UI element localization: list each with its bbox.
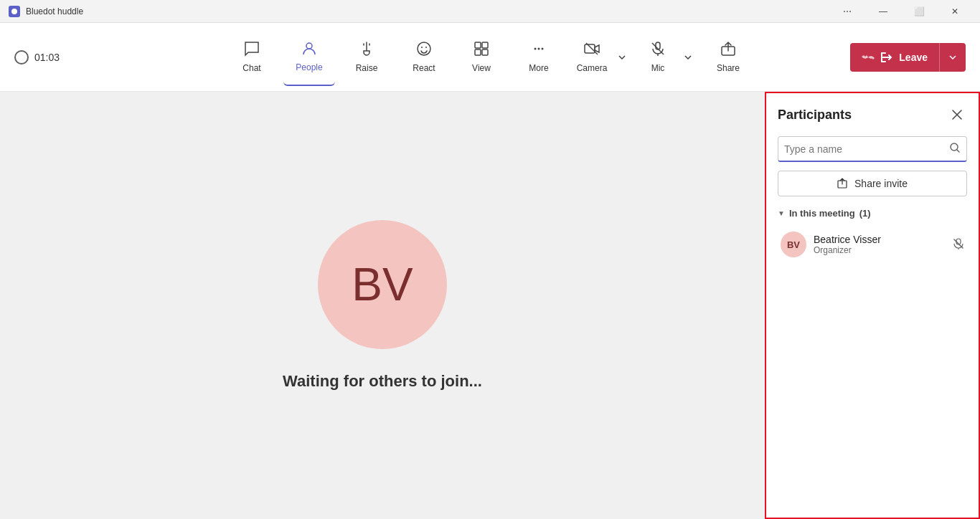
leave-button[interactable]: Leave: [850, 43, 966, 72]
in-meeting-label: In this meeting: [789, 208, 855, 219]
user-avatar: BV: [318, 220, 447, 349]
participants-panel: Participants Share invite ▼ In this meet…: [765, 92, 980, 519]
svg-rect-12: [585, 44, 595, 53]
view-icon: [473, 41, 489, 60]
timer-display: 01:03: [34, 52, 60, 63]
more-options-button[interactable]: ⋯: [831, 0, 864, 23]
toolbar-right: Leave: [850, 43, 966, 72]
toolbar: 01:03 Chat People Raise: [0, 23, 980, 92]
react-label: React: [413, 63, 435, 73]
camera-label: Camera: [577, 63, 608, 73]
title-bar: Bluedot huddle ⋯ — ⬜ ✕: [0, 0, 980, 23]
panel-close-button[interactable]: [947, 105, 967, 125]
mic-icon: [650, 41, 666, 60]
view-label: View: [472, 63, 491, 73]
toolbar-left: 01:03: [14, 50, 60, 65]
search-icon: [949, 142, 961, 156]
title-bar-left: Bluedot huddle: [9, 6, 83, 17]
participant-avatar: BV: [781, 232, 806, 257]
leave-label: Leave: [899, 52, 928, 63]
share-label: Share: [717, 63, 740, 73]
camera-icon: [584, 41, 600, 60]
people-button[interactable]: People: [283, 29, 335, 86]
svg-point-11: [542, 48, 544, 50]
react-button[interactable]: React: [398, 29, 450, 86]
close-button[interactable]: ✕: [938, 0, 971, 23]
search-input[interactable]: [784, 143, 949, 155]
people-label: People: [296, 62, 322, 72]
more-icon: [531, 41, 547, 60]
raise-button[interactable]: Raise: [341, 29, 392, 86]
in-meeting-count: (1): [859, 208, 871, 219]
title-bar-controls: ⋯ — ⬜ ✕: [831, 0, 971, 23]
share-icon: [720, 41, 736, 60]
minimize-button[interactable]: —: [867, 0, 900, 23]
participant-item[interactable]: BV Beatrice Visser Organizer: [778, 227, 967, 262]
in-meeting-section: ▼ In this meeting (1) BV Beatrice Visser…: [778, 208, 967, 262]
share-button[interactable]: Share: [702, 29, 754, 86]
mic-label: Mic: [651, 63, 665, 73]
timer-icon: [14, 50, 29, 65]
chat-button[interactable]: Chat: [226, 29, 278, 86]
svg-point-1: [306, 43, 312, 49]
leave-dropdown-icon[interactable]: [940, 43, 966, 72]
share-invite-button[interactable]: Share invite: [778, 171, 967, 196]
panel-header: Participants: [778, 105, 967, 125]
svg-rect-6: [482, 42, 488, 48]
collapse-icon: ▼: [778, 209, 785, 217]
participant-info: Beatrice Visser Organizer: [814, 234, 946, 255]
more-button[interactable]: More: [513, 29, 565, 86]
view-button[interactable]: View: [456, 29, 507, 86]
app-title: Bluedot huddle: [26, 6, 83, 16]
more-label: More: [529, 63, 548, 73]
svg-point-10: [538, 48, 540, 50]
svg-point-4: [425, 47, 427, 48]
video-area: BV Waiting for others to join...: [0, 92, 765, 519]
svg-point-3: [421, 47, 423, 48]
participant-initials: BV: [787, 239, 800, 250]
mic-group: Mic: [636, 29, 697, 86]
participant-role: Organizer: [814, 245, 946, 255]
svg-point-0: [11, 9, 17, 14]
participant-name: Beatrice Visser: [814, 234, 946, 245]
main-content: BV Waiting for others to join... Partici…: [0, 92, 980, 519]
react-icon: [416, 41, 432, 60]
raise-label: Raise: [356, 63, 378, 73]
in-meeting-header[interactable]: ▼ In this meeting (1): [778, 208, 967, 219]
mic-button[interactable]: Mic: [636, 29, 679, 86]
maximize-button[interactable]: ⬜: [903, 0, 936, 23]
people-icon: [301, 40, 317, 59]
mic-dropdown-button[interactable]: [679, 29, 697, 86]
chat-label: Chat: [242, 63, 260, 73]
camera-dropdown-button[interactable]: [613, 29, 631, 86]
camera-button[interactable]: Camera: [570, 29, 613, 86]
leave-button-main[interactable]: Leave: [850, 43, 940, 72]
avatar-initials: BV: [352, 258, 413, 311]
svg-line-16: [652, 43, 664, 54]
raise-icon: [359, 41, 374, 60]
app-icon: [9, 6, 20, 17]
svg-rect-7: [475, 49, 481, 55]
svg-point-9: [534, 48, 537, 50]
panel-title: Participants: [778, 108, 852, 123]
chat-icon: [244, 41, 260, 60]
camera-group: Camera: [570, 29, 631, 86]
svg-rect-8: [482, 49, 488, 55]
svg-rect-5: [475, 42, 481, 48]
share-invite-label: Share invite: [854, 178, 908, 189]
waiting-text: Waiting for others to join...: [283, 372, 482, 391]
search-box[interactable]: [778, 136, 967, 162]
participant-mic-off-icon: [953, 238, 964, 252]
toolbar-center: Chat People Raise React: [226, 29, 754, 86]
